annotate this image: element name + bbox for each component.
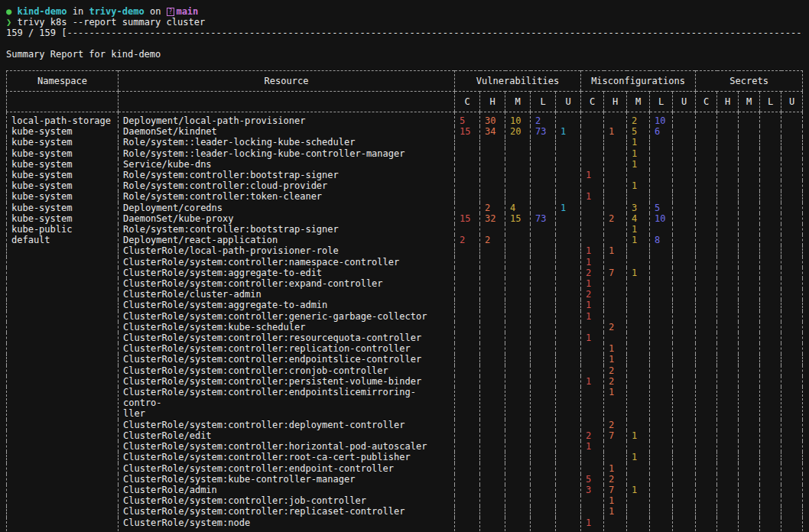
misconfigurations-u-count [673, 376, 696, 387]
table-row: kube-systemRole/system:controller:token-… [7, 191, 803, 202]
table-row: kube-systemDeployment/coredns24135 [7, 203, 803, 213]
resource-column-header: Resource [119, 71, 455, 92]
prompt-directory: trivy-demo [89, 6, 144, 17]
misconfigurations-m-count [627, 300, 650, 310]
secrets-c-count [696, 517, 717, 532]
secrets-u-count [781, 452, 803, 462]
table-row: ClusterRole/edit271 [7, 430, 803, 441]
misconfigurations-m-count: 1 [627, 268, 650, 278]
severity-column-header: M [505, 92, 531, 112]
secrets-h-count [717, 463, 739, 474]
secrets-h-count [717, 376, 739, 387]
vulnerabilities-c-count [455, 289, 480, 300]
secrets-u-count [781, 170, 803, 180]
misconfigurations-m-count: 1 [627, 235, 650, 245]
prompt-status-dot-icon: ● [6, 6, 11, 17]
secrets-l-count [760, 420, 781, 430]
misconfigurations-u-count [673, 257, 696, 268]
scan-progress-line: 159 / 159 [-----------------------------… [6, 28, 803, 38]
vulnerabilities-c-count [455, 224, 480, 235]
vulnerabilities-l-count [531, 289, 556, 300]
secrets-h-count [717, 126, 739, 137]
resource-cell: Deployment/react-application [119, 235, 455, 245]
vulnerabilities-c-count [455, 257, 480, 268]
misconfigurations-l-count [650, 452, 673, 462]
vulnerabilities-l-count [531, 300, 556, 310]
misconfigurations-m-count [627, 170, 650, 180]
vulnerabilities-l-count [531, 268, 556, 278]
misconfigurations-u-count [673, 224, 696, 235]
table-row: ClusterRole/system:controller:generic-ga… [7, 311, 803, 322]
vulnerabilities-m-count [505, 517, 531, 532]
resource-cell: Deployment/local-path-provisioner [119, 112, 455, 127]
severity-column-header: L [760, 92, 781, 112]
secrets-c-count [696, 191, 717, 202]
prompt-kube-context: kind-demo [17, 6, 67, 17]
vulnerabilities-l-count: 2 [531, 112, 556, 127]
table-row: local-path-storageDeployment/local-path-… [7, 112, 803, 127]
misconfigurations-c-count [581, 322, 604, 332]
table-header-severity-row: CHMLUCHMLUCHMLU [7, 92, 803, 112]
misconfigurations-l-count [650, 343, 673, 354]
table-row: ClusterRole/system:controller:replicaset… [7, 506, 803, 517]
table-row: kube-systemRole/system::leader-locking-k… [7, 137, 803, 148]
misconfigurations-h-count [604, 112, 627, 127]
resource-cell: ClusterRole/system:controller:endpoint-c… [119, 463, 455, 474]
table-row: ClusterRole/local-path-provisioner-role1… [7, 245, 803, 256]
vulnerabilities-u-count [556, 191, 581, 202]
secrets-l-count [760, 180, 781, 191]
secrets-u-count [781, 506, 803, 517]
vulnerabilities-c-count [455, 420, 480, 430]
resource-cell: ClusterRole/system:controller:persistent… [119, 376, 455, 387]
secrets-h-count [717, 387, 739, 420]
vulnerabilities-u-count [556, 463, 581, 474]
secrets-l-count [760, 203, 781, 213]
misconfigurations-u-count [673, 148, 696, 159]
vulnerabilities-u-count [556, 112, 581, 127]
misconfigurations-c-count: 3 [581, 485, 604, 495]
misconfigurations-u-count [673, 430, 696, 441]
table-row: ClusterRole/system:kube-controller-manag… [7, 474, 803, 485]
secrets-m-count [739, 300, 760, 310]
vulnerabilities-m-count [505, 387, 531, 420]
secrets-h-count [717, 430, 739, 441]
namespace-cell: kube-system [7, 213, 119, 224]
resource-cell: ClusterRole/edit [119, 430, 455, 441]
secrets-c-count [696, 235, 717, 245]
secrets-u-count [781, 148, 803, 159]
vulnerabilities-m-count [505, 159, 531, 170]
severity-column-header: L [650, 92, 673, 112]
namespace-cell [7, 376, 119, 387]
secrets-u-count [781, 213, 803, 224]
misconfigurations-m-count [627, 495, 650, 506]
vulnerabilities-u-count [556, 332, 581, 343]
vulnerabilities-m-count [505, 376, 531, 387]
vulnerabilities-c-count: 15 [455, 213, 480, 224]
secrets-c-count [696, 278, 717, 289]
secrets-l-count [760, 126, 781, 137]
vulnerabilities-h-count [480, 159, 505, 170]
misconfigurations-h-count [604, 137, 627, 148]
secrets-l-count [760, 268, 781, 278]
secrets-c-count [696, 268, 717, 278]
table-row: ClusterRole/system:controller:endpoint-c… [7, 463, 803, 474]
secrets-l-count [760, 278, 781, 289]
misconfigurations-c-count: 1 [581, 257, 604, 268]
misconfigurations-h-count: 2 [604, 420, 627, 430]
misconfigurations-u-count [673, 112, 696, 127]
namespace-cell [7, 441, 119, 452]
vulnerabilities-m-count [505, 441, 531, 452]
vulnerabilities-c-count [455, 137, 480, 148]
misconfigurations-u-count [673, 311, 696, 322]
misconfigurations-l-count: 10 [650, 112, 673, 127]
secrets-c-count [696, 159, 717, 170]
secrets-l-count [760, 452, 781, 462]
secrets-h-count [717, 332, 739, 343]
misconfigurations-c-count [581, 343, 604, 354]
table-row: kube-systemDaemonSet/kindnet153420731156 [7, 126, 803, 137]
misconfigurations-u-count [673, 506, 696, 517]
secrets-u-count [781, 517, 803, 532]
resource-cell: Role/system::leader-locking-kube-control… [119, 148, 455, 159]
vulnerabilities-u-count [556, 137, 581, 148]
misconfigurations-l-count [650, 332, 673, 343]
